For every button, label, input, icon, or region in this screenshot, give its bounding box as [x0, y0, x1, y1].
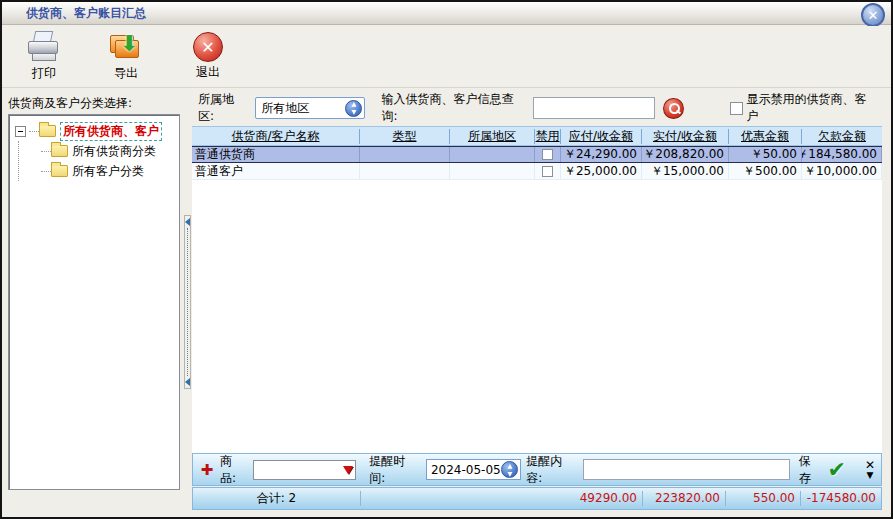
filter-row: 所属地区: 所有地区 ▲▼ 输入供货商、客户信息查询: 显示禁用的供货商、客户: [192, 90, 882, 126]
panel-splitter[interactable]: [183, 90, 192, 510]
reminder-close-icon[interactable]: ✕: [865, 460, 875, 470]
column-header-disabled[interactable]: 禁用: [535, 129, 561, 144]
category-panel: 供货商及客户分类选择: 所有供货商、客户 所有供货商分类 所有客户分类: [6, 90, 182, 490]
exit-button-label: 退出: [196, 64, 220, 81]
reminder-content-input[interactable]: [583, 459, 790, 480]
reminder-bar-controls: ✕ ▼: [865, 460, 875, 480]
app-window: 供货商、客户账目汇总 ✕ 打印 ⬇ 导出 ✕ 退出 供货商及客户分类选择:: [0, 0, 893, 519]
total-count-label: 合计: 2: [193, 491, 361, 506]
tree-node-all-label[interactable]: 所有供货商、客户: [60, 122, 162, 141]
window-title: 供货商、客户账目汇总: [26, 5, 146, 22]
exit-red-x-icon: ✕: [193, 32, 223, 62]
total-payable: 49290.00: [361, 491, 643, 506]
search-icon[interactable]: [663, 98, 684, 119]
reminder-date-value: 2024-05-05: [431, 463, 501, 477]
disabled-checkbox[interactable]: [542, 166, 553, 177]
cell-paid: ￥15,000.00: [642, 163, 729, 179]
tree-connector: [29, 131, 39, 132]
cell-debt: ￥10,000.00: [802, 163, 882, 179]
region-dropdown-value: 所有地区: [261, 100, 309, 117]
folder-icon: [51, 145, 68, 157]
accounts-table: 供货商/客户名称 类型 所属地区 禁用 应付/收金额 实付/收金额 优惠金额 欠…: [192, 126, 882, 453]
total-debt: -174580.00: [801, 491, 881, 506]
region-dropdown[interactable]: 所有地区 ▲▼: [255, 97, 365, 119]
cell-debt: -￥184,580.00: [802, 147, 882, 162]
column-header-discount[interactable]: 优惠金额: [729, 129, 802, 144]
title-bar: 供货商、客户账目汇总 ✕: [2, 2, 891, 25]
column-header-region[interactable]: 所属地区: [450, 129, 535, 144]
status-bar: 合计: 2 49290.00 223820.00 550.00 -174580.…: [192, 487, 882, 510]
move-cross-icon[interactable]: [199, 462, 215, 478]
tree-collapse-icon[interactable]: [15, 126, 26, 137]
cell-discount: ￥50.00: [729, 147, 802, 162]
cell-type: [360, 163, 450, 179]
table-row[interactable]: 普通客户 ￥25,000.00 ￥15,000.00 ￥500.00 ￥10,0…: [192, 163, 882, 180]
export-button[interactable]: ⬇ 导出: [102, 31, 150, 82]
total-discount: 550.00: [726, 491, 801, 506]
reminder-date-picker[interactable]: 2024-05-05 ▲▼: [426, 459, 521, 480]
reminder-time-label: 提醒时间:: [369, 453, 421, 487]
splitter-dots: [187, 228, 188, 376]
search-input[interactable]: [533, 97, 655, 119]
tree-connector-line: [18, 141, 19, 181]
cell-name: 普通客户: [192, 163, 360, 179]
folder-icon: [51, 165, 68, 177]
cell-disabled: [535, 163, 561, 179]
window-close-icon[interactable]: ✕: [861, 3, 885, 27]
main-region: 所属地区: 所有地区 ▲▼ 输入供货商、客户信息查询: 显示禁用的供货商、客户 …: [192, 90, 882, 510]
print-button[interactable]: 打印: [20, 31, 68, 82]
tree-node-all[interactable]: 所有供货商、客户: [11, 121, 177, 141]
export-button-label: 导出: [114, 65, 138, 82]
spinner-updown-icon[interactable]: ▲▼: [501, 461, 518, 478]
search-label: 输入供货商、客户信息查询:: [381, 91, 527, 125]
cell-region: [450, 163, 535, 179]
tree-connector: [41, 151, 51, 152]
tree-node-customers-label[interactable]: 所有客户分类: [72, 163, 144, 180]
spinner-updown-icon[interactable]: ▲▼: [345, 100, 362, 117]
region-label: 所属地区:: [198, 91, 249, 125]
category-tree: 所有供货商、客户 所有供货商分类 所有客户分类: [8, 114, 180, 490]
printer-icon: [26, 31, 62, 63]
save-label: 保存: [799, 453, 823, 487]
reminder-bar: 商品: 提醒时间: 2024-05-05 ▲▼ 提醒内容: 保存 ✔ ✕ ▼: [192, 453, 882, 486]
tree-node-suppliers-label[interactable]: 所有供货商分类: [72, 143, 156, 160]
save-check-icon[interactable]: ✔: [828, 460, 846, 480]
splitter-arrow-top-icon: [185, 218, 190, 226]
print-button-label: 打印: [32, 65, 56, 82]
cell-payable: ￥24,290.00: [561, 147, 642, 162]
show-disabled-group[interactable]: 显示禁用的供货商、客户: [730, 91, 876, 125]
total-paid: 223820.00: [643, 491, 726, 506]
exit-button[interactable]: ✕ 退出: [184, 32, 232, 81]
dropdown-red-arrow-icon[interactable]: [343, 466, 353, 474]
column-header-paid[interactable]: 实付/收金额: [642, 129, 729, 144]
cell-name: 普通供货商: [192, 147, 360, 162]
cell-paid: ￥208,820.00: [642, 147, 729, 162]
column-header-type[interactable]: 类型: [360, 129, 450, 144]
cell-disabled: [535, 147, 561, 162]
cell-region: [450, 147, 535, 162]
product-label: 商品:: [220, 453, 248, 487]
table-row[interactable]: 普通供货商 ￥24,290.00 ￥208,820.00 ￥50.00 -￥18…: [192, 146, 882, 163]
toolbar: 打印 ⬇ 导出 ✕ 退出: [2, 26, 891, 88]
tree-node-suppliers[interactable]: 所有供货商分类: [11, 141, 177, 161]
show-disabled-label: 显示禁用的供货商、客户: [747, 91, 876, 125]
reminder-content-label: 提醒内容:: [526, 453, 578, 487]
tree-connector: [41, 171, 51, 172]
cell-payable: ￥25,000.00: [561, 163, 642, 179]
product-dropdown[interactable]: [253, 460, 356, 480]
table-header-row: 供货商/客户名称 类型 所属地区 禁用 应付/收金额 实付/收金额 优惠金额 欠…: [192, 127, 882, 146]
folder-icon: [39, 125, 56, 137]
splitter-handle[interactable]: [184, 215, 191, 389]
table-body: 普通供货商 ￥24,290.00 ￥208,820.00 ￥50.00 -￥18…: [192, 146, 882, 180]
disabled-checkbox[interactable]: [542, 149, 553, 160]
show-disabled-checkbox[interactable]: [730, 102, 743, 115]
column-header-name[interactable]: 供货商/客户名称: [192, 129, 360, 144]
cell-discount: ￥500.00: [729, 163, 802, 179]
reminder-collapse-icon[interactable]: ▼: [867, 471, 874, 480]
column-header-payable[interactable]: 应付/收金额: [561, 129, 642, 144]
cell-type: [360, 147, 450, 162]
column-header-debt[interactable]: 欠款金额: [802, 129, 882, 144]
export-folder-arrow-icon: ⬇: [108, 31, 144, 63]
splitter-arrow-bottom-icon: [185, 378, 190, 386]
tree-node-customers[interactable]: 所有客户分类: [11, 161, 177, 181]
